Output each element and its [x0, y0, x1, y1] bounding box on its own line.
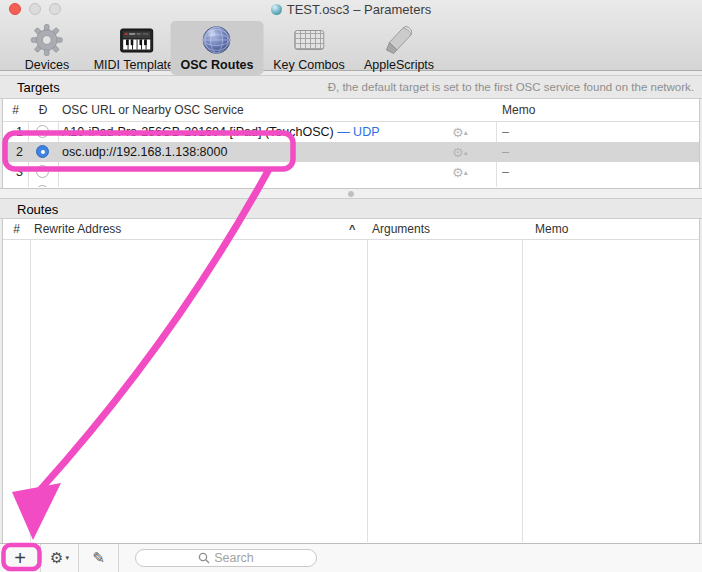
col-header-service[interactable]: OSC URL or Nearby OSC Service	[62, 103, 244, 117]
targets-section-header: Targets Đ, the default target is set to …	[0, 75, 702, 99]
edit-pencil-button[interactable]: ✎	[79, 544, 118, 572]
window-chrome: TEST.osc3 – Parameters	[0, 0, 702, 71]
add-button[interactable]: +	[0, 544, 40, 572]
document-proxy-icon	[271, 4, 282, 15]
col-header-default[interactable]: Đ	[28, 103, 58, 117]
col-header-arguments[interactable]: Arguments	[372, 222, 430, 236]
targets-table-body: 1 A10-iPad-Pro-256GB-201604 [iPad] (Touc…	[3, 122, 699, 187]
gear-machine-icon	[30, 23, 64, 57]
script-icon	[382, 23, 416, 57]
targets-title: Targets	[17, 80, 60, 95]
table-row-partial	[3, 182, 699, 187]
routes-section-header: Routes	[0, 198, 702, 219]
routes-table: # Rewrite Address ^ Arguments Memo	[2, 219, 700, 543]
splitter-handle-icon	[348, 191, 354, 197]
default-radio-partial	[36, 185, 49, 187]
routes-title: Routes	[17, 201, 58, 216]
search-input[interactable]: Search	[135, 549, 317, 567]
network-globe-icon	[200, 23, 234, 57]
search-icon	[198, 552, 210, 564]
row-action-gear-icon[interactable]: ⚙▴	[452, 145, 484, 160]
targets-table-header: # Đ OSC URL or Nearby OSC Service Memo	[3, 99, 699, 122]
window-title: TEST.osc3 – Parameters	[0, 2, 702, 17]
col-header-num[interactable]: #	[3, 222, 30, 236]
action-gear-button[interactable]: ⚙▾	[41, 544, 78, 572]
toolbar-item-key-combos[interactable]: Key Combos	[263, 21, 355, 75]
targets-table: # Đ OSC URL or Nearby OSC Service Memo 1…	[2, 99, 700, 188]
row-action-gear-icon[interactable]: ⚙▴	[452, 125, 484, 140]
col-header-memo[interactable]: Memo	[535, 222, 568, 236]
sort-ascending-icon[interactable]: ^	[349, 223, 355, 235]
toolbar-item-applescripts[interactable]: AppleScripts	[354, 21, 444, 75]
search-placeholder: Search	[214, 551, 254, 565]
table-row[interactable]: 1 A10-iPad-Pro-256GB-201604 [iPad] (Touc…	[3, 122, 699, 142]
toolbar-item-devices[interactable]: Devices	[15, 21, 79, 75]
pane-splitter[interactable]	[0, 188, 702, 198]
table-row[interactable]: 2 osc.udp://192.168.1.138:8000 ⚙▴ –	[3, 142, 699, 162]
default-radio[interactable]	[36, 125, 49, 138]
row-action-gear-icon[interactable]: ⚙▴	[452, 165, 484, 180]
col-header-rewrite[interactable]: Rewrite Address	[34, 222, 121, 236]
table-row[interactable]: 3 ⚙▴ –	[3, 162, 699, 182]
dropdown-caret-icon: ▾	[65, 554, 69, 562]
default-radio[interactable]	[36, 145, 49, 158]
targets-hint: Đ, the default target is set to the firs…	[328, 81, 694, 93]
routes-table-body[interactable]	[3, 240, 699, 542]
bottom-toolbar: + ⚙▾ ✎ Search	[0, 543, 702, 572]
routes-table-header: # Rewrite Address ^ Arguments Memo	[3, 219, 699, 240]
col-header-memo[interactable]: Memo	[502, 103, 535, 117]
keyboard-icon	[294, 23, 324, 57]
toolbar-item-osc-routes[interactable]: OSC Routes	[171, 21, 264, 75]
udp-link[interactable]: — UDP	[337, 125, 379, 139]
col-header-num[interactable]: #	[3, 103, 28, 117]
default-radio[interactable]	[36, 165, 49, 178]
midi-keyboard-icon	[119, 23, 155, 57]
